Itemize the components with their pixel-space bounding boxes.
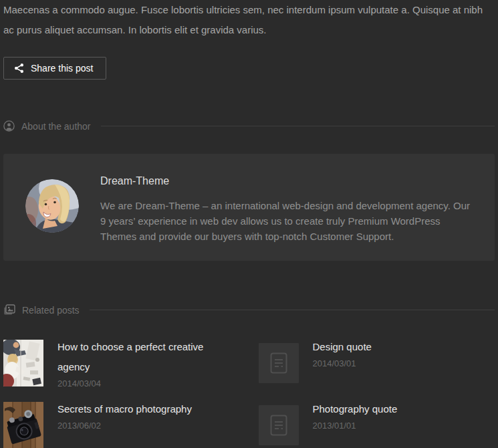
author-box: Dream-Theme We are Dream-Theme – an inte…: [3, 154, 495, 261]
share-icon: [14, 63, 24, 74]
related-post-date: 2013/01/01: [313, 421, 398, 431]
document-icon: [270, 415, 287, 436]
author-info: Dream-Theme We are Dream-Theme – an inte…: [100, 174, 476, 261]
related-post-title[interactable]: Photography quote: [313, 399, 398, 419]
user-circle-icon: [3, 120, 15, 132]
related-post-item[interactable]: Photography quote 2013/01/01: [259, 402, 495, 448]
author-avatar: [25, 179, 79, 233]
related-post-text: How to choose a perfect creative agency …: [57, 340, 231, 388]
heading-divider: [90, 310, 495, 310]
related-posts-grid: How to choose a perfect creative agency …: [3, 340, 495, 448]
related-post-item[interactable]: Design quote 2014/03/01: [259, 340, 495, 388]
related-post-date: 2014/03/01: [313, 358, 372, 368]
related-post-item[interactable]: Secrets of macro photography 2013/06/02: [3, 402, 240, 448]
about-author-heading: About the author: [3, 120, 495, 132]
page: Maecenas a commodo augue. Fusce lobortis…: [0, 0, 498, 448]
share-button[interactable]: Share this post: [3, 57, 106, 80]
related-post-text: Photography quote 2013/01/01: [313, 402, 398, 448]
post-thumbnail-placeholder[interactable]: [259, 343, 299, 383]
related-post-title[interactable]: Secrets of macro photography: [57, 399, 192, 419]
share-button-label: Share this post: [31, 63, 93, 74]
document-icon: [270, 352, 287, 374]
author-name: Dream-Theme: [100, 175, 476, 187]
related-post-date: 2014/03/04: [57, 378, 231, 388]
related-post-title[interactable]: Design quote: [313, 337, 372, 357]
post-body-text: Maecenas a commodo augue. Fusce lobortis…: [3, 0, 490, 40]
related-post-date: 2013/06/02: [57, 421, 192, 431]
post-thumbnail-agency[interactable]: [3, 340, 43, 386]
photo-stack-icon: [3, 304, 15, 316]
post-thumbnail-placeholder[interactable]: [259, 405, 299, 445]
related-posts-heading: Related posts: [3, 304, 495, 316]
related-post-item[interactable]: How to choose a perfect creative agency …: [3, 340, 240, 388]
heading-divider: [101, 126, 495, 126]
related-post-title[interactable]: How to choose a perfect creative agency: [57, 337, 231, 377]
related-post-text: Secrets of macro photography 2013/06/02: [57, 402, 192, 448]
related-posts-heading-label: Related posts: [22, 305, 80, 316]
related-post-text: Design quote 2014/03/01: [313, 340, 372, 388]
about-author-heading-label: About the author: [21, 121, 91, 132]
post-thumbnail-camera[interactable]: [3, 402, 43, 448]
author-bio: We are Dream-Theme – an international we…: [100, 198, 476, 244]
